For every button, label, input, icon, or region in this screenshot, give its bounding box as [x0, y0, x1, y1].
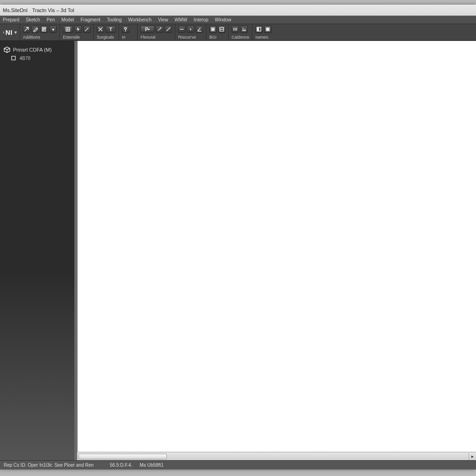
menu-tooling[interactable]: Tooling: [107, 17, 122, 22]
pen-icon[interactable]: [165, 26, 172, 33]
menu-prepard[interactable]: Prepard: [3, 17, 20, 22]
chevron-down-icon[interactable]: ▾: [49, 26, 57, 33]
chevron-left-icon: ‹: [3, 30, 5, 35]
pin-icon[interactable]: [122, 26, 129, 33]
status-mid2: Ms Ub58ft1: [140, 463, 164, 468]
ribbon-group-caldence: Caldence: [228, 24, 252, 40]
group-label: Caldence: [231, 34, 249, 40]
group-label: In: [122, 34, 134, 40]
title-left: Ms.SiteDnl: [3, 7, 27, 13]
grid-icon[interactable]: [63, 26, 73, 33]
arrow-ne-icon[interactable]: [23, 26, 30, 33]
bars-b-icon[interactable]: [240, 26, 248, 33]
menu-pen[interactable]: Pen: [46, 17, 55, 22]
title-bar: Ms.SiteDnl Tractn Vis – 3d Tol: [0, 5, 476, 16]
app-brand[interactable]: ‹ NI ▾: [1, 24, 20, 40]
bars-a-icon[interactable]: [231, 26, 239, 33]
ribbon-group-additions: ▾ Additions: [20, 24, 60, 40]
sheet-icon[interactable]: [40, 26, 48, 33]
pen-icon[interactable]: [83, 26, 91, 33]
cube-icon: [4, 46, 10, 53]
group-label: Surgicals: [97, 34, 116, 40]
status-left: Rep Cs ID. Oper In1i3ir. See Ploer and R…: [4, 463, 93, 468]
workspace: Prinsrt CDFA (M) 4B78 ▸: [0, 41, 476, 460]
group-label: Flexural: [140, 34, 172, 40]
horizontal-scrollbar[interactable]: ▸: [77, 452, 476, 460]
ribbon-group-surgicals: T Surgicals: [93, 24, 119, 40]
status-separator: ·: [101, 463, 102, 468]
tool-icon[interactable]: [156, 26, 163, 33]
drawing-canvas[interactable]: [77, 41, 476, 452]
app-window: Ms.SiteDnl Tractn Vis – 3d Tol Prepard S…: [0, 5, 476, 469]
ribbon-group-riscusve: Riscus've: [175, 24, 206, 40]
tree-child-label: 4B78: [20, 56, 30, 61]
svg-point-1: [125, 27, 126, 29]
ribbon-group-bgi: BGI: [206, 24, 228, 40]
canvas-area: ▸: [74, 41, 476, 460]
pen-icon[interactable]: [32, 26, 39, 33]
flag-p-icon[interactable]: P▸: [140, 26, 154, 33]
brand-label: NI: [6, 29, 13, 36]
chevron-down-icon: ▾: [14, 30, 17, 35]
ribbon-toolbar: ‹ NI ▾ ▾ Additions Extensile: [0, 24, 476, 41]
dot-icon[interactable]: [187, 26, 194, 33]
group-label: Additions: [23, 34, 57, 40]
menu-fragment[interactable]: Fragment: [80, 17, 100, 22]
svg-rect-8: [12, 56, 15, 60]
svg-rect-7: [266, 27, 270, 31]
menu-workbench[interactable]: Workbench: [128, 17, 152, 22]
bolt-icon[interactable]: [74, 26, 82, 33]
status-mid1: 56.5:D.F.4.: [110, 463, 132, 468]
group-label: Extensile: [63, 34, 91, 40]
svg-rect-6: [257, 27, 259, 31]
ribbon-group-flexural: P▸ Flexural: [137, 24, 175, 40]
ribbon-group-iuenes: Iuenes.: [252, 24, 274, 40]
square-icon[interactable]: [264, 26, 271, 33]
tree-root-node[interactable]: Prinsrt CDFA (M): [4, 46, 71, 54]
scrollbar-thumb[interactable]: [79, 454, 167, 459]
status-bar: Rep Cs ID. Oper In1i3ir. See Ploer and R…: [0, 460, 476, 469]
group-label: BGI: [209, 34, 225, 40]
menu-bar: Prepard Sketch Pen Model Fragment Toolin…: [0, 16, 476, 24]
group-label: Iuenes.: [255, 34, 271, 40]
part-icon: [10, 55, 17, 61]
menu-view[interactable]: View: [158, 17, 168, 22]
angle-icon[interactable]: [196, 26, 203, 33]
square-b-icon[interactable]: [218, 26, 225, 33]
svg-rect-3: [211, 27, 215, 31]
menu-window[interactable]: Window: [215, 17, 231, 22]
menu-wmw[interactable]: WMW: [175, 17, 187, 22]
square-a-icon[interactable]: [209, 26, 217, 33]
tree-root-label: Prinsrt CDFA (M): [13, 47, 52, 53]
half-icon[interactable]: [255, 26, 263, 33]
ribbon-group-in: In: [119, 24, 137, 40]
dash-icon[interactable]: [178, 26, 185, 33]
menu-model[interactable]: Model: [61, 17, 74, 22]
text-icon[interactable]: T: [106, 26, 116, 33]
ribbon-group-extensile: Extensile: [60, 24, 93, 40]
menu-interop[interactable]: Interop: [194, 17, 208, 22]
group-label: Riscus've: [178, 34, 203, 40]
title-right: Tractn Vis – 3d Tol: [32, 7, 74, 13]
scroll-right-icon[interactable]: ▸: [469, 453, 476, 460]
tree-child-node[interactable]: 4B78: [4, 54, 71, 62]
menu-sketch[interactable]: Sketch: [26, 17, 40, 22]
model-tree-panel: Prinsrt CDFA (M) 4B78: [0, 41, 74, 460]
cut-icon[interactable]: [97, 26, 104, 33]
svg-point-2: [190, 29, 192, 30]
